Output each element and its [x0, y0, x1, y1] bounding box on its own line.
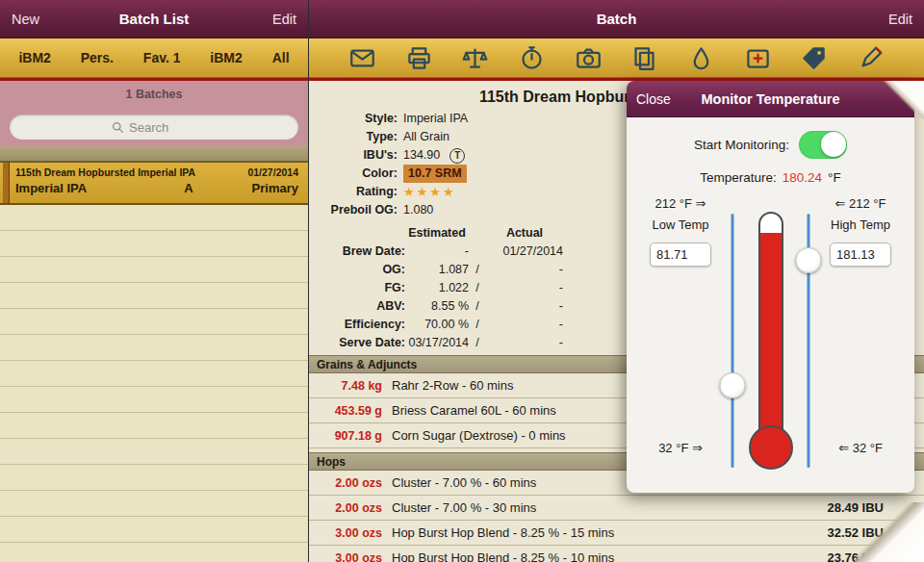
batch-list-navbar: New Batch List Edit: [0, 0, 308, 38]
info-row-rating: Rating: ★★★★: [309, 183, 613, 201]
info-row-style: Style: Imperial IPA: [309, 110, 613, 128]
new-batch-button[interactable]: New: [12, 12, 39, 27]
popup-body: Start Monitoring: Temperature: 180.24 °F…: [627, 117, 914, 493]
search-icon: [112, 121, 124, 134]
info-row-color: Color: 10.7 SRM: [309, 165, 613, 183]
thermometer-tube: [758, 212, 783, 433]
high-max-label: ⇐ 212 °F: [835, 196, 886, 214]
hop-row[interactable]: 3.00 ozs Hop Burst Hop Blend - 8.25 % - …: [309, 546, 924, 562]
start-monitoring-label: Start Monitoring:: [694, 138, 789, 152]
page-curl-bottom: [855, 502, 924, 562]
batch-navbar: Batch Edit: [309, 0, 924, 38]
high-temp-input[interactable]: [830, 243, 891, 267]
tab-personal[interactable]: Pers.: [79, 46, 116, 69]
batch-list-title: Batch List: [0, 11, 308, 27]
edit-pen-button[interactable]: [853, 41, 889, 74]
camera-button[interactable]: [570, 41, 606, 74]
info-row-type: Type: All Grain: [309, 128, 613, 146]
high-temp-slider[interactable]: [797, 196, 820, 483]
batch-item-name: 115th Dream Hopbursted Imperial IPA: [15, 166, 195, 178]
popup-close-button[interactable]: Close: [636, 91, 671, 107]
info-row-ibu: IBU's: 134.90 T: [309, 146, 613, 165]
water-drop-icon: [688, 45, 714, 71]
scale-button[interactable]: [457, 41, 494, 74]
temperature-label: Temperature:: [700, 170, 777, 185]
low-max-label: 212 °F ⇒: [655, 196, 706, 214]
batch-list-tabbar: iBM2 Pers. Fav. 1 iBM2 All: [0, 38, 308, 78]
monitor-temperature-popup: Close Monitor Temperature Start Monitori…: [627, 81, 914, 493]
stopwatch-icon: [519, 45, 545, 71]
timer-button[interactable]: [513, 41, 550, 74]
thermometer-bulb: [749, 425, 793, 470]
srm-color-chip: 10.7 SRM: [403, 165, 467, 183]
first-aid-icon: [745, 45, 771, 71]
tab-all[interactable]: All: [270, 46, 292, 69]
batch-toolbar: [309, 38, 924, 78]
thermometer: [744, 196, 797, 483]
low-temp-slider-knob[interactable]: [720, 372, 746, 398]
thermometer-mercury: [760, 233, 782, 433]
batch-title-bar: Batch: [309, 11, 924, 27]
mail-button[interactable]: [344, 41, 380, 74]
batch-color-stripe: [3, 163, 10, 203]
low-temp-input[interactable]: [650, 243, 711, 267]
tab-ibm2-1[interactable]: iBM2: [16, 46, 52, 69]
low-min-label: 32 °F ⇒: [658, 441, 703, 458]
search-area: [0, 108, 308, 146]
temperature-value: 180.24: [783, 170, 822, 185]
page-curl-top: [882, 81, 924, 119]
high-temp-name: High Temp: [831, 217, 890, 235]
thermometer-area: 212 °F ⇒ Low Temp 32 °F ⇒: [636, 196, 905, 483]
ibu-formula-badge[interactable]: T: [449, 148, 465, 164]
low-temp-slider[interactable]: [721, 196, 744, 483]
low-temp-name: Low Temp: [652, 217, 708, 235]
health-button[interactable]: [739, 41, 776, 74]
list-divider-strip: [0, 146, 308, 162]
high-min-label: ⇐ 32 °F: [838, 441, 883, 458]
high-temp-column: ⇐ 212 °F High Temp ⇐ 32 °F: [820, 196, 901, 483]
pen-icon: [858, 45, 884, 71]
tag-button[interactable]: [796, 41, 833, 74]
scale-icon: [462, 45, 488, 71]
hop-row[interactable]: 3.00 ozs Hop Burst Hop Blend - 8.25 % - …: [309, 521, 924, 546]
batch-count-label: 1 Batches: [0, 81, 308, 108]
rating-stars[interactable]: ★★★★: [403, 183, 456, 201]
batch-list-edit-button[interactable]: Edit: [272, 12, 296, 27]
empty-batch-rows: [0, 205, 308, 562]
print-button[interactable]: [400, 41, 437, 74]
search-input[interactable]: [129, 120, 196, 135]
hydrometer-button[interactable]: [682, 41, 719, 74]
low-temp-column: 212 °F ⇒ Low Temp 32 °F ⇒: [640, 196, 721, 483]
temperature-unit: °F: [828, 170, 841, 185]
batch-list-panel: New Batch List Edit iBM2 Pers. Fav. 1 iB…: [0, 0, 308, 562]
camera-icon: [576, 45, 602, 71]
tag-icon: [801, 45, 827, 71]
tab-favorites[interactable]: Fav. 1: [141, 46, 183, 69]
batch-list-item[interactable]: 115th Dream Hopbursted Imperial IPA 01/2…: [0, 162, 308, 205]
batch-item-date: 01/27/2014: [247, 166, 298, 178]
copy-icon: [631, 45, 657, 71]
batch-item-stage: Primary: [218, 181, 298, 195]
batch-edit-button[interactable]: Edit: [888, 12, 912, 27]
high-temp-slider-knob[interactable]: [796, 247, 822, 273]
batch-item-style: Imperial IPA: [15, 181, 160, 195]
start-monitoring-toggle[interactable]: [799, 131, 847, 159]
search-field[interactable]: [10, 115, 298, 140]
tab-ibm2-2[interactable]: iBM2: [208, 46, 244, 69]
printer-icon: [406, 45, 432, 71]
app-window: New Batch List Edit iBM2 Pers. Fav. 1 iB…: [0, 0, 924, 562]
mail-icon: [349, 45, 375, 71]
hop-row[interactable]: 2.00 ozs Cluster - 7.00 % - 30 mins 28.4…: [309, 496, 924, 521]
batch-item-grade: A: [160, 181, 218, 195]
info-row-preboil: Preboil OG: 1.080: [309, 201, 613, 219]
copy-button[interactable]: [627, 41, 663, 74]
popup-header: Close Monitor Temperature: [627, 81, 914, 117]
low-slider-track: [732, 214, 734, 468]
